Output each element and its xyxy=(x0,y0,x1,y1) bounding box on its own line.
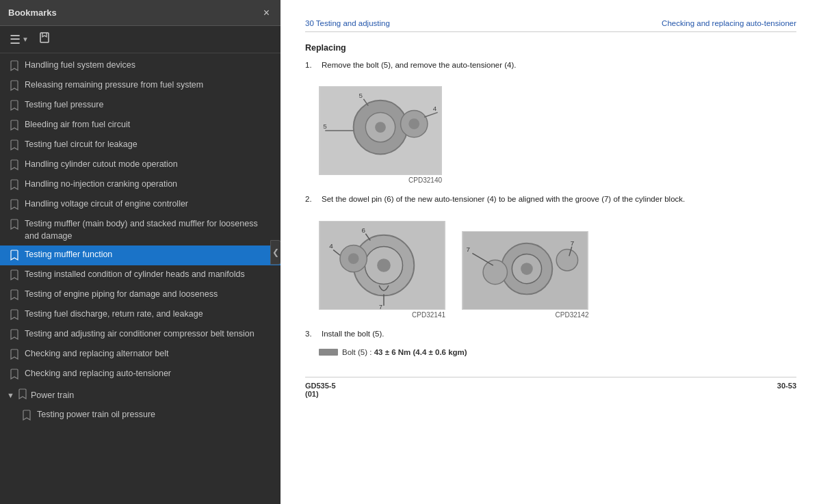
bookmark-label: Testing installed condition of cylinder … xyxy=(25,269,274,281)
svg-text:6: 6 xyxy=(361,226,365,233)
bookmark-label: Testing fuel pressure xyxy=(25,99,274,111)
group-power-train[interactable]: ▼ Power train xyxy=(0,384,281,406)
bookmark-item-auto-tensioner[interactable]: Checking and replacing auto-tensioner xyxy=(0,364,281,384)
bookmark-label: Handling fuel system devices xyxy=(25,59,274,72)
sidebar-title: Bookmarks xyxy=(8,8,57,18)
doc-image-3: 7 7 xyxy=(462,231,588,310)
bookmark-icon xyxy=(10,309,19,321)
image-block-3: 7 7 CPD32142 xyxy=(462,231,588,319)
bookmark-icon xyxy=(10,329,19,341)
image-caption-2: CPD32141 xyxy=(319,311,445,319)
list-chevron-icon: ▼ xyxy=(22,36,29,43)
document-page: 30 Testing and adjusting Checking and re… xyxy=(281,0,821,504)
collapse-panel-button[interactable]: ❮ xyxy=(270,240,281,265)
image-caption-1: CPD32140 xyxy=(319,176,442,184)
bookmark-label: Testing power train oil pressure xyxy=(37,409,274,421)
svg-point-28 xyxy=(521,263,534,275)
bookmark-view-button[interactable] xyxy=(36,30,53,49)
bookmark-icon xyxy=(10,289,19,302)
step-3-text: Install the bolt (5). xyxy=(322,328,384,340)
bookmark-item-muffler-body[interactable]: Testing muffler (main body) and stacked … xyxy=(0,215,281,246)
bookmark-item-power-train-oil[interactable]: Testing power train oil pressure xyxy=(0,406,281,425)
bookmark-icon xyxy=(10,199,19,211)
svg-text:5: 5 xyxy=(359,92,363,99)
doc-image-1: 5 4 5 xyxy=(319,86,442,175)
bookmark-item-engine-piping[interactable]: Testing of engine piping for damage and … xyxy=(0,285,281,305)
bookmark-item-fuel-pressure[interactable]: Testing fuel pressure xyxy=(0,96,281,116)
bookmark-icon xyxy=(10,369,19,381)
image-block-2: 6 4 7 CPD32141 xyxy=(319,221,445,319)
section-title: Replacing xyxy=(305,43,796,53)
bookmark-item-air-conditioner[interactable]: Testing and adjusting air conditioner co… xyxy=(0,325,281,345)
step-3-num: 3. xyxy=(305,328,316,340)
bookmark-label: Testing fuel discharge, return rate, and… xyxy=(25,308,274,321)
footer-model: GD535-5 xyxy=(305,382,336,390)
sidebar-header: Bookmarks × xyxy=(0,0,281,26)
bookmark-label: Testing muffler (main body) and stacked … xyxy=(25,218,274,242)
bookmark-icon xyxy=(10,219,19,231)
bookmark-item-voltage-circuit[interactable]: Handling voltage circuit of engine contr… xyxy=(0,195,281,215)
main-content: 30 Testing and adjusting Checking and re… xyxy=(281,0,821,504)
bookmark-icon xyxy=(10,159,19,172)
bookmark-item-remaining-pressure[interactable]: Releasing remaining pressure from fuel s… xyxy=(0,76,281,96)
bookmark-item-cylinder-heads[interactable]: Testing installed condition of cylinder … xyxy=(0,265,281,285)
spec-value: 43 ± 6 Nm (4.4 ± 0.6 kgm) xyxy=(374,348,467,356)
group-label: Power train xyxy=(31,390,74,400)
bookmark-icon xyxy=(10,120,19,132)
bookmark-label: Bleeding air from fuel circuit xyxy=(25,119,274,131)
bookmark-icon xyxy=(10,60,19,72)
svg-text:7: 7 xyxy=(467,246,470,253)
bookmark-label: Testing and adjusting air conditioner co… xyxy=(25,328,274,341)
toolbar: ☰ ▼ xyxy=(0,26,281,53)
svg-point-4 xyxy=(375,122,386,133)
svg-point-30 xyxy=(557,249,578,270)
svg-text:4: 4 xyxy=(329,242,333,250)
group-chevron-icon: ▼ xyxy=(7,391,14,399)
bookmark-item-muffler-function[interactable]: Testing muffler function xyxy=(0,246,281,265)
doc-image-2: 6 4 7 xyxy=(319,221,445,310)
bookmark-label: Handling cylinder cutout mode operation xyxy=(25,159,274,171)
svg-text:5: 5 xyxy=(323,122,327,130)
list-view-button[interactable]: ☰ ▼ xyxy=(7,31,31,49)
svg-point-6 xyxy=(408,119,419,130)
bookmark-label: Checking and replacing alternator belt xyxy=(25,348,274,360)
spec-label: Bolt (5) : 43 ± 6 Nm (4.4 ± 0.6 kgm) xyxy=(342,348,467,356)
step-2: 2. Set the dowel pin (6) of the new auto… xyxy=(305,194,796,205)
spec-row: Bolt (5) : 43 ± 6 Nm (4.4 ± 0.6 kgm) xyxy=(319,348,796,356)
bookmark-label: Releasing remaining pressure from fuel s… xyxy=(25,79,274,92)
footer-page: 30-53 xyxy=(777,382,796,398)
bookmark-list: Handling fuel system devices Releasing r… xyxy=(0,53,281,504)
bookmark-item-alternator-belt[interactable]: Checking and replacing alternator belt xyxy=(0,345,281,364)
list-icon: ☰ xyxy=(10,32,21,47)
bookmark-item-fuel-system-devices[interactable]: Handling fuel system devices xyxy=(0,56,281,76)
bookmark-label: Testing fuel circuit for leakage xyxy=(25,139,274,151)
doc-header-right: Checking and replacing auto-tensioner xyxy=(662,19,796,27)
step-1-num: 1. xyxy=(305,59,316,71)
bookmark-item-fuel-discharge[interactable]: Testing fuel discharge, return rate, and… xyxy=(0,305,281,325)
bookmark-item-no-injection[interactable]: Handling no-injection cranking operation xyxy=(0,175,281,195)
group-bookmark-icon xyxy=(18,388,27,401)
bookmark-item-bleeding-air[interactable]: Bleeding air from fuel circuit xyxy=(0,116,281,135)
bookmark-label: Testing of engine piping for damage and … xyxy=(25,289,274,301)
svg-rect-0 xyxy=(40,33,49,42)
bookmark-icon xyxy=(22,410,31,422)
bookmark-icon xyxy=(10,179,19,191)
bookmark-icon xyxy=(10,100,19,112)
bookmark-item-cylinder-cutout[interactable]: Handling cylinder cutout mode operation xyxy=(0,155,281,175)
spec-label-text: Bolt (5) : xyxy=(342,348,372,356)
footer-edition: (01) xyxy=(305,390,319,398)
bookmark-item-fuel-circuit-leakage[interactable]: Testing fuel circuit for leakage xyxy=(0,135,281,155)
svg-point-29 xyxy=(484,260,508,284)
bookmark-icon xyxy=(10,349,19,361)
svg-text:7: 7 xyxy=(571,239,574,246)
sidebar: Bookmarks × ☰ ▼ Handling fuel system dev… xyxy=(0,0,281,504)
step-3: 3. Install the bolt (5). xyxy=(305,328,796,340)
svg-text:7: 7 xyxy=(379,304,382,309)
close-button[interactable]: × xyxy=(261,6,272,20)
svg-text:4: 4 xyxy=(433,105,437,113)
step-1-text: Remove the bolt (5), and remove the auto… xyxy=(322,59,516,71)
document-header: 30 Testing and adjusting Checking and re… xyxy=(305,19,796,32)
step-2-text: Set the dowel pin (6) of the new auto-te… xyxy=(322,194,685,205)
spec-icon xyxy=(319,349,338,356)
svg-point-16 xyxy=(377,258,391,272)
